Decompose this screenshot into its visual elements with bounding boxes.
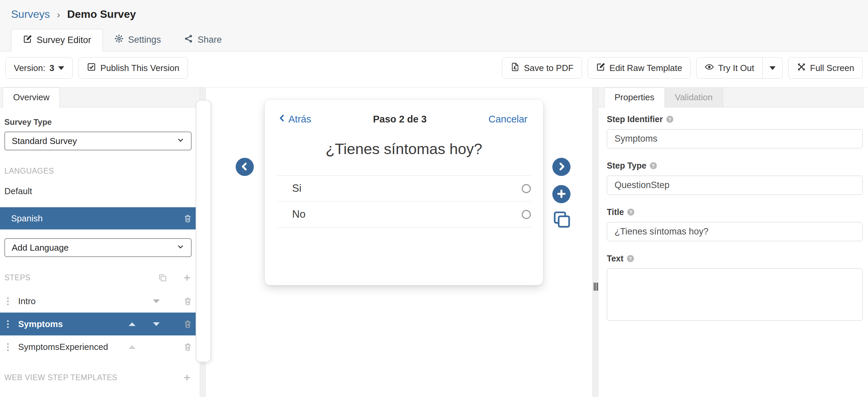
eye-icon (705, 62, 714, 74)
step-item-symptomsexperienced[interactable]: SymptomsExperienced (0, 335, 200, 358)
help-icon[interactable] (627, 208, 634, 216)
copy-steps-icon[interactable] (158, 273, 167, 282)
trash-slot (169, 342, 192, 351)
edit-raw-label: Edit Raw Template (610, 63, 682, 73)
survey-type-select[interactable]: Standard Survey (4, 132, 192, 150)
help-icon[interactable] (627, 255, 634, 262)
preview-options-list: Si No (277, 175, 531, 227)
caret-down-icon (770, 66, 776, 70)
preview-back-link[interactable]: Atrás (278, 114, 311, 125)
tab-label: Share (198, 35, 222, 45)
caret-up-icon[interactable] (129, 322, 135, 326)
add-web-view-template-icon[interactable] (183, 373, 192, 382)
back-label: Atrás (288, 114, 311, 125)
move-up-slot (120, 322, 144, 326)
grip-icon[interactable] (7, 297, 9, 299)
survey-type-value: Standard Survey (12, 136, 77, 146)
try-it-out-dropdown-button[interactable] (763, 57, 783, 79)
tab-survey-editor[interactable]: Survey Editor (11, 29, 103, 52)
radio-icon[interactable] (522, 184, 531, 193)
add-language-value: Add Language (12, 243, 69, 253)
add-step-icon[interactable] (183, 273, 192, 282)
step-type-input[interactable] (607, 176, 863, 195)
preview-cancel-link[interactable]: Cancelar (489, 114, 527, 125)
breadcrumb-link-surveys[interactable]: Surveys (11, 8, 50, 20)
language-item-default[interactable]: Default (0, 180, 200, 202)
try-it-out-button[interactable]: Try It Out (696, 57, 763, 79)
tab-share[interactable]: Share (173, 29, 233, 51)
caret-down-icon[interactable] (153, 322, 160, 326)
duplicate-step-button[interactable] (552, 209, 572, 230)
step-label: SymptomsExperienced (18, 342, 108, 352)
step-label: Symptoms (18, 319, 63, 330)
survey-editor-app: Surveys › Demo Survey Survey Editor (0, 0, 868, 397)
preview-header: Atrás Paso 2 de 3 Cancelar (265, 100, 543, 125)
add-language-select[interactable]: Add Language (4, 238, 192, 257)
move-down-slot (144, 322, 169, 326)
web-view-heading: WEB VIEW STEP TEMPLATES (4, 373, 117, 382)
title-input[interactable] (607, 222, 863, 241)
tab-properties[interactable]: Properties (604, 87, 665, 107)
save-to-pdf-button[interactable]: Save to PDF (502, 57, 582, 79)
step-type-label: Step Type (607, 161, 863, 171)
overview-sidebar: Overview Survey Type Standard Survey LAN… (0, 87, 200, 397)
plus-icon (556, 189, 566, 200)
caret-down-icon (58, 66, 64, 70)
chevron-down-icon (176, 136, 185, 147)
edit-raw-template-button[interactable]: Edit Raw Template (588, 57, 690, 79)
version-dropdown[interactable]: Version: 3 (5, 57, 72, 79)
move-up-slot (120, 345, 144, 349)
language-label: Spanish (11, 213, 43, 224)
step-item-intro[interactable]: Intro (0, 290, 200, 313)
survey-type-label: Survey Type (4, 117, 195, 127)
preview-option-si[interactable]: Si (277, 176, 531, 201)
caret-up-icon[interactable] (129, 345, 135, 349)
option-label: Si (292, 182, 302, 195)
field-label-text: Step Identifier (607, 114, 663, 124)
grip-icon[interactable] (7, 320, 9, 322)
sidebar-tab-bar: Overview (0, 87, 200, 107)
step-identifier-input[interactable] (607, 129, 863, 148)
text-label: Text (607, 253, 863, 263)
previous-step-button[interactable] (236, 158, 254, 176)
panel-resizer-right[interactable] (592, 87, 598, 397)
step-item-symptoms[interactable]: Symptoms (0, 313, 200, 335)
chevron-left-icon (240, 162, 249, 172)
text-textarea[interactable] (607, 268, 863, 321)
main-tab-bar: Survey Editor (0, 29, 868, 52)
trash-icon[interactable] (183, 342, 192, 351)
publish-version-button[interactable]: Publish This Version (78, 57, 188, 79)
steps-section-header: STEPS (4, 273, 192, 282)
preview-option-no[interactable]: No (277, 201, 531, 227)
chevron-left-icon (278, 114, 286, 125)
add-step-button[interactable] (552, 185, 570, 203)
trash-icon[interactable] (183, 214, 192, 223)
try-it-out-label: Try It Out (718, 63, 754, 73)
previous-step-card[interactable] (196, 100, 211, 362)
help-icon[interactable] (666, 116, 673, 123)
next-step-button[interactable] (552, 158, 570, 176)
breadcrumb-separator: › (57, 9, 60, 20)
full-screen-button[interactable]: Full Screen (788, 57, 863, 79)
trash-icon[interactable] (183, 320, 192, 329)
edit-square-icon (596, 62, 606, 74)
copy-icon (552, 226, 572, 231)
preview-question-title: ¿Tienes síntomas hoy? (265, 140, 543, 158)
trash-icon[interactable] (183, 297, 192, 306)
help-icon[interactable] (650, 162, 657, 169)
step-preview-card: Atrás Paso 2 de 3 Cancelar ¿Tienes sínto… (265, 99, 543, 285)
share-icon (184, 34, 193, 46)
radio-icon[interactable] (522, 210, 531, 219)
grip-icon[interactable] (7, 343, 9, 345)
caret-down-icon[interactable] (153, 300, 160, 303)
tab-settings[interactable]: Settings (103, 29, 173, 51)
language-item-spanish[interactable]: Spanish (0, 207, 200, 229)
publish-label: Publish This Version (100, 63, 179, 73)
tab-validation[interactable]: Validation (665, 87, 723, 107)
properties-tab-bar: Properties Validation (598, 87, 864, 107)
field-label-text: Step Type (607, 161, 647, 171)
tab-label: Overview (13, 92, 50, 103)
trash-slot (169, 297, 192, 306)
language-label: Default (4, 186, 32, 197)
tab-overview[interactable]: Overview (3, 87, 60, 107)
